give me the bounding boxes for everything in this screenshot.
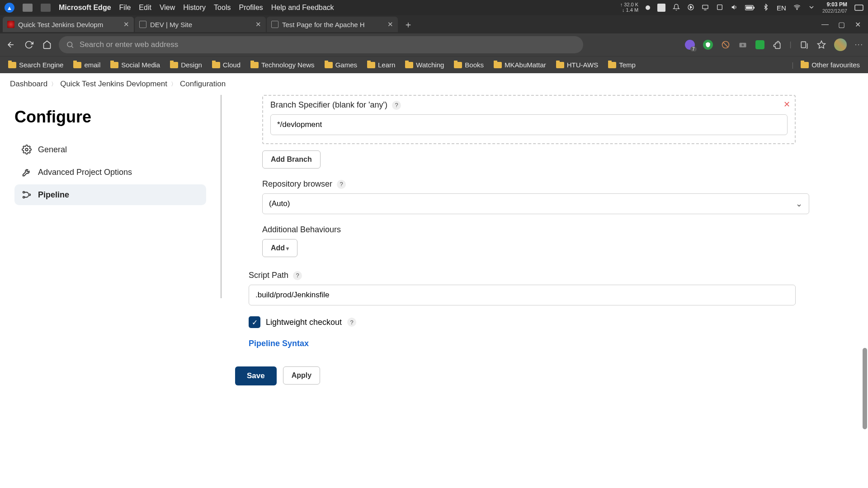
maximize-button[interactable]: ▢ [835,18,848,31]
bookmarks-bar: Search Engine email Social Media Design … [0,56,868,73]
clock[interactable]: 9:03 PM 2022/12/07 [822,2,847,13]
chevron-down-icon[interactable] [808,4,815,12]
app-name: Microsoft Edge [59,4,111,12]
script-path-input[interactable] [249,285,796,305]
menu-profiles[interactable]: Profiles [239,4,263,12]
pipeline-syntax-link[interactable]: Pipeline Syntax [249,339,309,348]
browser-toolbar: Search or enter web address 7 | ··· [0,33,868,56]
page-favicon-icon [139,21,146,28]
extensions-button[interactable] [773,40,782,49]
add-branch-button[interactable]: Add Branch [262,150,321,169]
lightweight-label: Lightweight checkout [266,318,342,327]
address-placeholder: Search or enter web address [80,40,178,49]
sidebar-item-pipeline[interactable]: Pipeline [14,184,206,205]
close-icon[interactable]: ✕ [123,20,129,28]
repo-browser-label: Repository browser [262,179,332,189]
tab-jenkins[interactable]: Quick Test Jenkins Devlopm ✕ [3,17,134,32]
remove-branch-button[interactable]: ✕ [783,99,790,109]
menu-view[interactable]: View [160,4,175,12]
app-logo-icon: ▲ [5,3,14,13]
bookmark-design[interactable]: Design [167,59,205,70]
bookmark-social-media[interactable]: Social Media [108,59,163,70]
bookmark-cloud[interactable]: Cloud [209,59,243,70]
folder-icon [250,62,259,68]
bookmark-htu-aws[interactable]: HTU-AWS [553,59,601,70]
sidebar-item-general[interactable]: General [14,139,206,160]
tab-dev-mysite[interactable]: DEV | My Site ✕ [135,17,266,32]
sidebar-item-label: Advanced Project Options [38,168,132,177]
folder-icon [8,62,16,68]
favorites-button[interactable] [817,40,826,49]
extension-green-icon[interactable] [755,40,764,49]
bookmark-books[interactable]: Books [451,59,486,70]
more-button[interactable]: ··· [855,41,863,49]
bookmark-search-engine[interactable]: Search Engine [5,59,66,70]
lightweight-checkbox[interactable]: ✓ [249,316,260,328]
search-icon [66,41,74,49]
wifi-icon[interactable] [793,4,801,12]
record-icon[interactable] [687,4,694,12]
volume-icon[interactable] [731,4,738,12]
help-icon[interactable]: ? [293,271,302,280]
repo-browser-select[interactable]: (Auto) ⌄ [262,193,809,214]
bookmark-watching[interactable]: Watching [402,59,447,70]
save-button[interactable]: Save [235,366,277,385]
control-center-icon[interactable] [854,5,863,11]
extension-camera-icon[interactable] [738,40,747,49]
sidebar-item-advanced[interactable]: Advanced Project Options [14,162,206,183]
close-window-button[interactable]: ✕ [851,18,864,31]
home-button[interactable] [41,38,53,51]
collections-button[interactable] [800,40,809,49]
extension-rewards-icon[interactable]: 7 [685,40,695,50]
extension-shield-icon[interactable] [703,40,713,50]
back-button[interactable] [5,38,17,51]
folder-icon [556,62,564,68]
help-icon[interactable]: ? [392,101,401,110]
bluetooth-icon[interactable] [762,4,769,12]
menu-tools[interactable]: Tools [214,4,231,12]
battery-icon[interactable] [745,5,755,10]
address-bar[interactable]: Search or enter web address [59,36,583,53]
svg-point-15 [25,148,28,151]
display-icon[interactable] [702,4,709,12]
menu-history[interactable]: History [183,4,206,12]
scrollbar-thumb[interactable] [863,348,867,429]
breadcrumb-dashboard[interactable]: Dashboard [10,80,47,89]
bookmark-other-favourites[interactable]: Other favourites [798,59,863,70]
extension-badge: 7 [690,47,697,52]
new-tab-button[interactable]: ＋ [401,18,415,31]
tray-icon[interactable] [716,4,723,12]
close-icon[interactable]: ✕ [387,20,393,28]
help-icon[interactable]: ? [337,180,346,189]
bookmark-learn[interactable]: Learn [364,59,398,70]
branch-specifier-input[interactable] [270,114,788,135]
network-stats: ↑ 32.0 K ↓ 1.4 M [620,2,638,13]
tab-apache[interactable]: Test Page for the Apache H ✕ [267,17,398,32]
help-icon[interactable]: ? [347,318,356,327]
svg-rect-8 [855,5,863,10]
bookmark-temp[interactable]: Temp [605,59,638,70]
menu-file[interactable]: File [119,4,131,12]
close-icon[interactable]: ✕ [255,20,261,28]
breadcrumb-project[interactable]: Quick Test Jenkins Devlopment [60,80,167,89]
input-lang[interactable]: EN [777,4,786,12]
bookmark-games[interactable]: Games [322,59,360,70]
bookmark-email[interactable]: email [71,59,103,70]
tree-line [221,95,222,298]
tray-square-icon[interactable] [657,4,665,12]
bookmark-technology-news[interactable]: Technology News [248,59,317,70]
add-behaviour-button[interactable]: Add [262,239,297,257]
refresh-button[interactable] [23,38,35,51]
menu-help[interactable]: Help and Feedback [271,4,334,12]
notifications-icon[interactable] [673,4,680,12]
svg-rect-2 [703,5,708,9]
window-preview-icon [41,4,51,12]
breadcrumb-configuration[interactable]: Configuration [180,80,226,89]
folder-icon [110,62,118,68]
apply-button[interactable]: Apply [283,366,320,385]
profile-avatar[interactable] [834,38,847,51]
minimize-button[interactable]: — [818,18,832,31]
bookmark-mkabumattar[interactable]: MKAbuMattar [491,59,549,70]
menu-edit[interactable]: Edit [139,4,151,12]
extension-adblock-icon[interactable] [721,40,730,49]
